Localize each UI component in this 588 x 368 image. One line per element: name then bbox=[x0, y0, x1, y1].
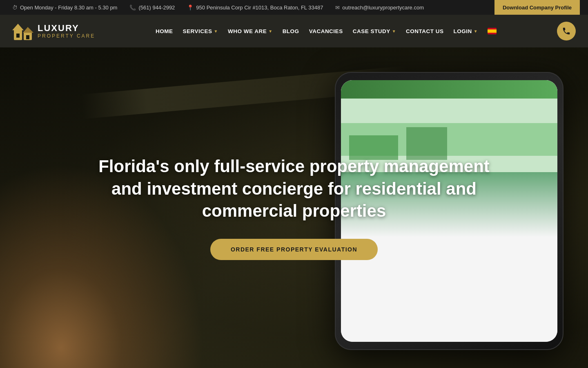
nav-item-login[interactable]: LOGIN ▼ bbox=[450, 25, 482, 38]
nav-link-who-we-are[interactable]: WHO WE ARE ▼ bbox=[224, 25, 277, 38]
hero-title: Florida's only full-service property man… bbox=[82, 155, 506, 222]
svg-marker-2 bbox=[12, 24, 24, 30]
nav-item-home[interactable]: HOME bbox=[151, 25, 177, 38]
nav-link-services[interactable]: SERVICES ▼ bbox=[179, 25, 222, 38]
nav-link-vacancies[interactable]: VACANCIES bbox=[305, 25, 347, 38]
top-bar: ⏱ Open Monday - Friday 8.30 am - 5.30 pm… bbox=[0, 0, 588, 15]
nav-link-case-study[interactable]: CASE STUDY ▼ bbox=[349, 25, 400, 38]
spain-flag-icon bbox=[488, 28, 497, 34]
top-bar-info: ⏱ Open Monday - Friday 8.30 am - 5.30 pm… bbox=[12, 4, 424, 11]
case-study-dropdown-arrow: ▼ bbox=[392, 29, 396, 34]
clock-icon: ⏱ bbox=[12, 4, 18, 11]
nav-item-who-we-are[interactable]: WHO WE ARE ▼ bbox=[224, 25, 277, 38]
phone-item[interactable]: 📞 (561) 944-2992 bbox=[129, 4, 175, 11]
phone-call-icon bbox=[562, 27, 571, 36]
nav-item-blog[interactable]: BLOG bbox=[278, 25, 303, 38]
phone-text: (561) 944-2992 bbox=[138, 4, 175, 11]
cta-button[interactable]: ORDER FREE PROPERTY EVALUATION bbox=[210, 239, 378, 260]
nav-link-login[interactable]: LOGIN ▼ bbox=[450, 25, 482, 38]
svg-rect-4 bbox=[16, 34, 20, 38]
download-company-profile-button[interactable]: Download Company Profile bbox=[494, 0, 580, 15]
svg-rect-5 bbox=[26, 35, 29, 39]
hero-section: Florida's only full-service property man… bbox=[0, 47, 588, 368]
email-item[interactable]: ✉ outreach@luxurypropertycare.com bbox=[335, 4, 424, 11]
nav-item-services[interactable]: SERVICES ▼ bbox=[179, 25, 222, 38]
address-item: 📍 950 Peninsula Corp Cir #1013, Boca Rat… bbox=[187, 4, 323, 11]
logo-link[interactable]: LUXURY PROPERTY CARE bbox=[12, 20, 95, 42]
navbar: LUXURY PROPERTY CARE HOME SERVICES ▼ WHO… bbox=[0, 15, 588, 47]
phone-icon: 📞 bbox=[129, 4, 136, 11]
services-dropdown-arrow: ▼ bbox=[214, 29, 218, 34]
email-text: outreach@luxurypropertycare.com bbox=[342, 4, 424, 11]
nav-link-contact[interactable]: CONTACT US bbox=[402, 25, 448, 38]
logo-sub: PROPERTY CARE bbox=[38, 34, 95, 39]
nav-item-case-study[interactable]: CASE STUDY ▼ bbox=[349, 25, 400, 38]
who-we-are-dropdown-arrow: ▼ bbox=[268, 29, 272, 34]
nav-item-contact[interactable]: CONTACT US bbox=[402, 25, 448, 38]
nav-link-home[interactable]: HOME bbox=[151, 25, 177, 38]
nav-link-blog[interactable]: BLOG bbox=[278, 25, 303, 38]
hero-content: Florida's only full-service property man… bbox=[0, 47, 588, 368]
nav-link-language[interactable] bbox=[483, 25, 501, 38]
logo-text: LUXURY PROPERTY CARE bbox=[38, 23, 95, 38]
location-icon: 📍 bbox=[187, 4, 194, 11]
nav-item-language[interactable] bbox=[483, 25, 501, 38]
login-dropdown-arrow: ▼ bbox=[474, 29, 478, 34]
address-text: 950 Peninsula Corp Cir #1013, Boca Raton… bbox=[196, 4, 323, 11]
nav-item-vacancies[interactable]: VACANCIES bbox=[305, 25, 347, 38]
nav-links: HOME SERVICES ▼ WHO WE ARE ▼ BLOG VACANC… bbox=[151, 25, 501, 38]
logo-luxury: LUXURY bbox=[38, 23, 95, 33]
hours-item: ⏱ Open Monday - Friday 8.30 am - 5.30 pm bbox=[12, 4, 117, 11]
phone-call-button[interactable] bbox=[557, 22, 576, 40]
logo-icon bbox=[12, 20, 33, 42]
hours-text: Open Monday - Friday 8.30 am - 5.30 pm bbox=[20, 4, 117, 11]
svg-marker-3 bbox=[23, 27, 33, 33]
email-icon: ✉ bbox=[335, 4, 340, 11]
